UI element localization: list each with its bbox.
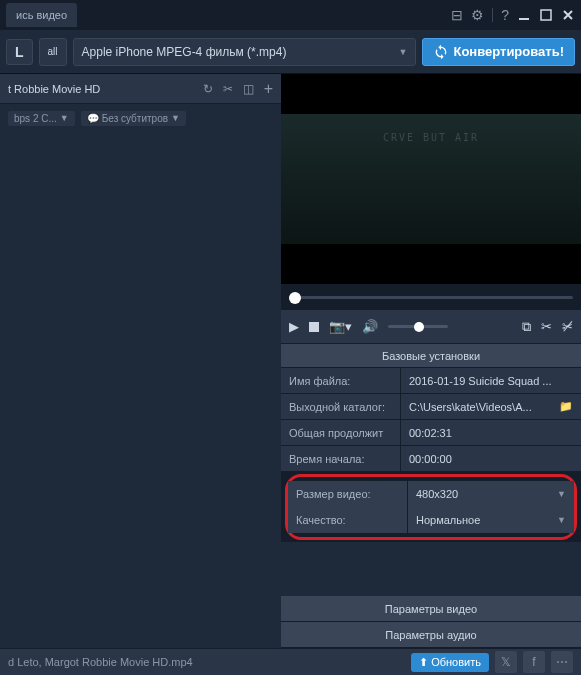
link-icon[interactable]: ⧉ xyxy=(522,319,531,335)
value-start[interactable]: 00:00:00 xyxy=(401,446,581,471)
svg-rect-0 xyxy=(519,18,529,20)
profile-dropdown[interactable]: Apple iPhone MPEG-4 фильм (*.mp4) ▼ xyxy=(73,38,417,66)
video-preview[interactable] xyxy=(281,74,581,284)
audio-params-button[interactable]: Параметры аудио xyxy=(281,622,581,648)
label-outdir: Выходной каталог: xyxy=(281,394,401,419)
format-bar: L all Apple iPhone MPEG-4 фильм (*.mp4) … xyxy=(0,30,581,74)
refresh-icon xyxy=(433,44,449,60)
mode-badge[interactable]: L xyxy=(6,39,33,65)
add-icon[interactable]: + xyxy=(264,80,273,98)
maximize-button[interactable] xyxy=(539,8,553,22)
separator xyxy=(492,8,493,22)
help-icon[interactable]: ? xyxy=(501,7,509,23)
value-quality[interactable]: Нормальное▼ xyxy=(408,507,574,533)
highlight-annotation: Размер видео: 480x320▼ Качество: Нормаль… xyxy=(285,474,577,540)
row-videosize: Размер видео: 480x320▼ xyxy=(288,481,574,507)
seek-bar[interactable] xyxy=(281,284,581,310)
play-icon[interactable]: ▶ xyxy=(289,319,299,334)
file-title: t Robbie Movie HD xyxy=(8,83,193,95)
volume-slider[interactable] xyxy=(388,325,448,328)
preview-panel: ▶ 📷▾ 🔊 ⧉ ✂ ✂̸ Базовые установки Имя файл… xyxy=(281,74,581,648)
stop-icon[interactable] xyxy=(309,322,319,332)
convert-button[interactable]: Конвертировать! xyxy=(422,38,575,66)
update-button[interactable]: ⬆Обновить xyxy=(411,653,489,672)
snapshot-icon[interactable]: 📷▾ xyxy=(329,319,352,334)
upload-icon: ⬆ xyxy=(419,656,428,669)
settings-header: Базовые установки xyxy=(281,344,581,368)
layout-icon[interactable]: ⊟ xyxy=(451,7,463,23)
seek-thumb[interactable] xyxy=(289,292,301,304)
row-outdir: Выходной каталог: C:\Users\kate\Videos\A… xyxy=(281,394,581,420)
close-button[interactable] xyxy=(561,8,575,22)
profile-all-icon[interactable]: all xyxy=(39,38,67,66)
label-quality: Качество: xyxy=(288,507,408,533)
file-item-header[interactable]: t Robbie Movie HD ↻ ✂ ◫ + xyxy=(0,74,281,104)
chevron-down-icon: ▼ xyxy=(557,515,566,525)
nocut-icon[interactable]: ✂̸ xyxy=(562,319,573,334)
properties-list: Имя файла: 2016-01-19 Suicide Squad ... … xyxy=(281,368,581,472)
row-quality: Качество: Нормальное▼ xyxy=(288,507,574,533)
profile-label: Apple iPhone MPEG-4 фильм (*.mp4) xyxy=(82,45,287,59)
crop-icon[interactable]: ◫ xyxy=(243,82,254,96)
cut-icon[interactable]: ✂ xyxy=(541,319,552,334)
facebook-icon[interactable]: f xyxy=(523,651,545,673)
minimize-button[interactable] xyxy=(517,8,531,22)
video-params-button[interactable]: Параметры видео xyxy=(281,596,581,622)
file-list-panel: t Robbie Movie HD ↻ ✂ ◫ + bps 2 C...▼ 💬Б… xyxy=(0,74,281,648)
gear-icon[interactable]: ⚙ xyxy=(471,7,484,23)
label-start: Время начала: xyxy=(281,446,401,471)
titlebar: ись видео ⊟ ⚙ ? xyxy=(0,0,581,30)
svg-rect-1 xyxy=(541,10,551,20)
chevron-down-icon: ▼ xyxy=(399,47,408,57)
status-text: d Leto, Margot Robbie Movie HD.mp4 xyxy=(8,656,405,668)
volume-icon[interactable]: 🔊 xyxy=(362,319,378,334)
player-controls: ▶ 📷▾ 🔊 ⧉ ✂ ✂̸ xyxy=(281,310,581,344)
label-filename: Имя файла: xyxy=(281,368,401,393)
subtitle-pill[interactable]: 💬Без субтитров▼ xyxy=(81,111,186,126)
value-videosize[interactable]: 480x320▼ xyxy=(408,481,574,507)
label-duration: Общая продолжит xyxy=(281,420,401,445)
label-videosize: Размер видео: xyxy=(288,481,408,507)
file-item-sub: bps 2 C...▼ 💬Без субтитров▼ xyxy=(0,104,281,132)
row-duration: Общая продолжит 00:02:31 xyxy=(281,420,581,446)
volume-thumb[interactable] xyxy=(414,322,424,332)
folder-icon[interactable]: 📁 xyxy=(559,400,573,413)
value-filename[interactable]: 2016-01-19 Suicide Squad ... xyxy=(401,368,581,393)
main-area: t Robbie Movie HD ↻ ✂ ◫ + bps 2 C...▼ 💬Б… xyxy=(0,74,581,648)
value-duration: 00:02:31 xyxy=(401,420,581,445)
titlebar-icons: ⊟ ⚙ ? xyxy=(451,7,575,23)
row-filename: Имя файла: 2016-01-19 Suicide Squad ... xyxy=(281,368,581,394)
convert-label: Конвертировать! xyxy=(453,44,564,59)
value-outdir[interactable]: C:\Users\kate\Videos\A...📁 xyxy=(401,394,581,419)
codec-pill[interactable]: bps 2 C...▼ xyxy=(8,111,75,126)
row-start: Время начала: 00:00:00 xyxy=(281,446,581,472)
spacer xyxy=(281,542,581,596)
seek-track[interactable] xyxy=(289,296,573,299)
status-bar: d Leto, Margot Robbie Movie HD.mp4 ⬆Обно… xyxy=(0,648,581,675)
preview-frame xyxy=(281,114,581,244)
tab-video-record[interactable]: ись видео xyxy=(6,3,77,27)
subtitle-icon: 💬 xyxy=(87,113,99,124)
twitter-icon[interactable]: 𝕏 xyxy=(495,651,517,673)
chevron-down-icon: ▼ xyxy=(557,489,566,499)
more-icon[interactable]: ⋯ xyxy=(551,651,573,673)
refresh-icon[interactable]: ↻ xyxy=(203,82,213,96)
scissors-icon[interactable]: ✂ xyxy=(223,82,233,96)
